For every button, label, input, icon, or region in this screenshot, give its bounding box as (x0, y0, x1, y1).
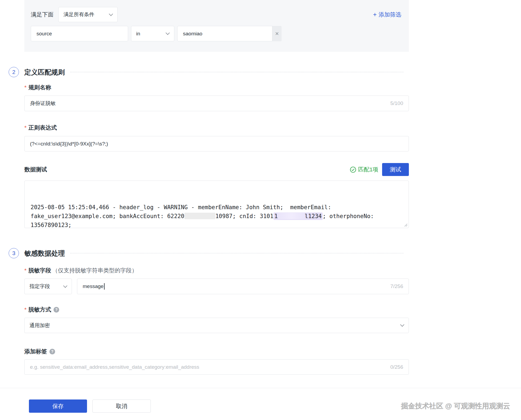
log-line: fake_user123@example.com; bankAccEount: … (31, 212, 403, 221)
regex-input[interactable]: (?<=cnId:\s\d{3})\d*[0-9Xx](?=\s?;) (24, 136, 409, 151)
check-circle-icon (350, 167, 356, 173)
cancel-button[interactable]: 取消 (92, 399, 151, 413)
step3-title: 敏感数据处理 (24, 249, 65, 258)
rule-name-label: 规则名称 (28, 84, 51, 91)
regex-label-row: * 正则表达式 (24, 124, 409, 131)
filter-value-text: saomiao (183, 31, 202, 37)
add-filter-link[interactable]: + 添加筛选 (373, 11, 401, 18)
watermark-text: 掘金技术社区 @ 可观测性用观测云 (401, 401, 510, 411)
close-icon: ✕ (275, 31, 279, 37)
chevron-down-icon (400, 323, 405, 327)
mask-field-row: 指定字段 message 7/256 (24, 279, 409, 294)
resize-handle-icon[interactable] (403, 223, 408, 227)
redacted-blur (184, 213, 215, 219)
save-button[interactable]: 保存 (29, 399, 87, 413)
condition-label: 满足下面 (31, 11, 54, 18)
mask-method-label: 脱敏方式 (28, 306, 51, 313)
add-filter-label: 添加筛选 (379, 11, 401, 18)
divider-dotted (70, 72, 403, 72)
filter-condition-row: 满足下面 满足所有条件 + 添加筛选 (31, 7, 401, 22)
match-badge-text: 匹配1项 (358, 166, 378, 173)
rule-name-value: 身份证脱敏 (30, 100, 56, 107)
help-icon[interactable]: ? (49, 349, 55, 354)
mask-method-select[interactable]: 通用加密 (24, 318, 409, 333)
rule-name-input[interactable]: 身份证脱敏 5/100 (24, 96, 409, 111)
mask-method-label-row: * 脱敏方式 ? (24, 306, 409, 313)
data-test-actions: 匹配1项 测试 (350, 163, 409, 176)
add-tag-counter: 0/256 (390, 364, 403, 370)
required-asterisk: * (24, 84, 26, 91)
mask-field-value: message (83, 283, 103, 289)
step3-header: 3 敏感数据处理 (24, 248, 403, 258)
field-mode-value: 指定字段 (29, 283, 50, 290)
rule-name-counter: 5/100 (390, 100, 403, 106)
regex-value: (?<=cnId:\s\d{3})\d*[0-9Xx](?=\s?;) (30, 141, 108, 147)
condition-select[interactable]: 满足所有条件 (58, 7, 118, 22)
footer-divider (0, 388, 521, 388)
mask-field-label-row: * 脱敏字段 （仅支持脱敏字符串类型的字段） (24, 266, 409, 275)
clear-filter-button[interactable]: ✕ (272, 26, 282, 41)
step2-header: 2 定义匹配规则 (24, 67, 403, 77)
required-asterisk: * (24, 306, 26, 313)
data-test-textarea[interactable]: 2025-08-05 15:25:04,466 - header_log - W… (24, 181, 409, 228)
add-tag-placeholder: e.g. sensitive_data:email_address,sensit… (30, 364, 199, 370)
add-tag-input[interactable]: e.g. sensitive_data:email_address,sensit… (24, 359, 409, 375)
help-icon[interactable]: ? (54, 307, 59, 313)
data-test-label: 数据测试 (24, 166, 47, 173)
chevron-down-icon (109, 12, 113, 16)
data-test-row: 数据测试 匹配1项 测试 (24, 163, 409, 176)
filter-value-input[interactable]: saomiao (177, 26, 272, 41)
condition-select-value: 满足所有条件 (64, 11, 94, 18)
add-tag-label: 添加标签 (24, 348, 47, 355)
test-button[interactable]: 测试 (382, 163, 409, 176)
match-result-badge: 匹配1项 (350, 166, 378, 173)
footer-bar: 保存 取消 掘金技术社区 @ 可观测性用观测云 (0, 399, 521, 413)
step2-title: 定义匹配规则 (24, 68, 65, 77)
filter-value-group: saomiao ✕ (177, 26, 282, 41)
filter-field-value: source (36, 31, 52, 37)
step3-number-badge: 3 (9, 248, 19, 258)
mask-field-input[interactable]: message 7/256 (77, 279, 409, 294)
redacted-blur (278, 213, 305, 219)
filter-panel: 满足下面 满足所有条件 + 添加筛选 source in saomiao (24, 0, 409, 52)
mask-method-value: 通用加密 (29, 322, 50, 329)
required-asterisk: * (24, 267, 26, 274)
log-line: 2025-08-05 15:25:04,466 - header_log - W… (31, 203, 403, 212)
add-tag-label-row: 添加标签 ? (24, 348, 409, 355)
chevron-down-icon (166, 31, 170, 35)
filter-operator-select[interactable]: in (131, 26, 174, 41)
chevron-down-icon (63, 283, 68, 288)
step2-number-badge: 2 (9, 67, 19, 77)
filter-rule-row: source in saomiao ✕ (31, 26, 401, 41)
filter-field-input[interactable]: source (31, 26, 128, 41)
mask-field-counter: 7/256 (390, 283, 403, 289)
log-line: 13567890123; (31, 221, 403, 228)
required-asterisk: * (24, 124, 26, 131)
regex-match-highlight: 1l1234 (273, 212, 323, 220)
text-caret (104, 283, 105, 290)
regex-label: 正则表达式 (28, 124, 57, 131)
divider-dotted (70, 253, 403, 253)
filter-operator-value: in (136, 31, 140, 37)
mask-field-note: （仅支持脱敏字符串类型的字段） (52, 267, 137, 274)
plus-icon: + (373, 12, 377, 18)
mask-field-label: 脱敏字段 (28, 267, 51, 274)
rule-name-label-row: * 规则名称 (24, 84, 409, 91)
field-mode-select[interactable]: 指定字段 (24, 279, 72, 294)
